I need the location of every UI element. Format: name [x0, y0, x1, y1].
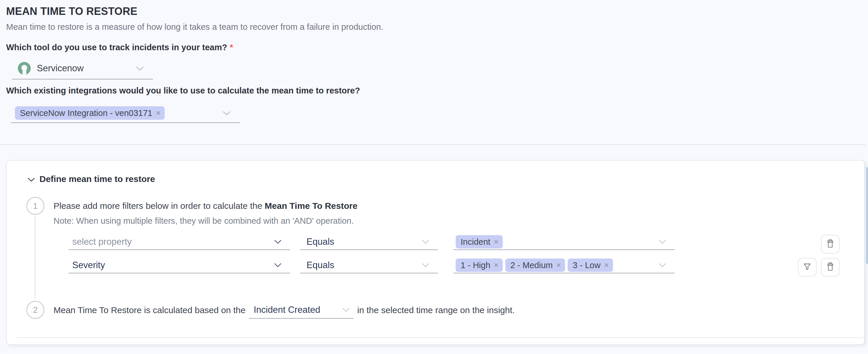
chevron-down-icon[interactable] — [658, 263, 666, 268]
integration-chip-label: ServiceNow Integration - ven03171 — [20, 108, 152, 118]
chevron-down-icon[interactable] — [422, 240, 430, 244]
timestamp-select-value: Incident Created — [253, 305, 320, 315]
filter-row1-property-select[interactable]: select property — [69, 234, 290, 250]
chevron-down-icon[interactable] — [658, 240, 666, 244]
value-chip: Incident × — [456, 235, 503, 249]
value-chip-label: Incident — [461, 237, 491, 247]
panel-title: Define mean time to restore — [39, 174, 155, 184]
step-connector-line — [35, 216, 35, 299]
collapse-chevron-icon[interactable] — [27, 177, 35, 182]
step-1-note: Note: When using multiple filters, they … — [54, 216, 354, 226]
chip-remove-icon[interactable]: × — [494, 261, 499, 269]
filter-row2-operator-value: Equals — [307, 260, 334, 271]
trash-icon — [826, 239, 835, 250]
value-chip-label: 3 - Low — [572, 260, 600, 270]
step-2-badge: 2 — [26, 301, 44, 319]
chevron-down-icon[interactable] — [274, 263, 282, 268]
integrations-question-label: Which existing integrations would you li… — [6, 86, 360, 96]
step-2-text: Mean Time To Restore is calculated based… — [54, 302, 515, 319]
chevron-down-icon[interactable] — [422, 263, 430, 268]
filter-row2-operator-select[interactable]: Equals — [300, 258, 438, 273]
mean-time-to-restore-page: MEAN TIME TO RESTORE Mean time to restor… — [0, 0, 868, 354]
value-chip-label: 2 - Medium — [510, 260, 553, 270]
page-subtitle: Mean time to restore is a measure of how… — [6, 22, 383, 32]
value-chip: 1 - High × — [456, 258, 503, 272]
filter-row1-property-placeholder: select property — [72, 237, 132, 247]
delete-filter-row2-button[interactable] — [821, 258, 840, 277]
scrollbar-thumb[interactable] — [866, 167, 868, 264]
filter-row2-property-value: Severity — [72, 260, 105, 271]
integrations-question-text: Which existing integrations would you li… — [6, 86, 360, 95]
define-mttr-panel: Define mean time to restore 1 Please add… — [6, 160, 865, 345]
tool-select[interactable]: Servicenow — [12, 58, 153, 79]
step-2-number: 2 — [33, 305, 38, 315]
tool-question-label: Which tool do you use to track incidents… — [6, 43, 233, 52]
filter-row1-operator-value: Equals — [307, 237, 334, 247]
step-1-badge: 1 — [26, 197, 44, 215]
funnel-icon — [803, 262, 812, 273]
section-divider — [0, 144, 866, 145]
trash-icon — [826, 262, 835, 273]
panel-footer-divider — [16, 338, 864, 338]
step-1-text-bold: Mean Time To Restore — [265, 201, 358, 211]
filter-row1-operator-select[interactable]: Equals — [300, 234, 438, 250]
chevron-down-icon[interactable] — [342, 308, 350, 312]
delete-filter-row1-button[interactable] — [821, 235, 840, 253]
step-1-number: 1 — [33, 201, 38, 211]
filter-row2-values-multiselect[interactable]: 1 - High × 2 - Medium × 3 - Low × — [453, 258, 675, 273]
step-1-text: Please add more filters below in order t… — [54, 201, 358, 211]
step-2-text-before: Mean Time To Restore is calculated based… — [54, 305, 245, 315]
value-chip: 3 - Low × — [568, 258, 613, 272]
step-1-text-prefix: Please add more filters below in order t… — [54, 201, 265, 211]
filter-row1-values-multiselect[interactable]: Incident × — [453, 234, 675, 250]
timestamp-select[interactable]: Incident Created — [249, 302, 353, 319]
chip-remove-icon[interactable]: × — [494, 238, 499, 246]
tool-select-value: Servicenow — [37, 63, 84, 74]
chevron-down-icon[interactable] — [222, 111, 231, 116]
value-chip-label: 1 - High — [461, 260, 491, 270]
step-2-text-after: in the selected time range on the insigh… — [357, 305, 515, 315]
chip-remove-icon[interactable]: × — [604, 261, 609, 269]
chevron-down-icon[interactable] — [135, 66, 144, 71]
page-title: MEAN TIME TO RESTORE — [6, 5, 137, 17]
chip-remove-icon[interactable]: × — [156, 109, 160, 117]
integration-chip: ServiceNow Integration - ven03171 × — [15, 106, 165, 120]
integrations-multiselect[interactable]: ServiceNow Integration - ven03171 × — [11, 104, 240, 123]
value-chip: 2 - Medium × — [505, 258, 565, 272]
servicenow-logo-icon — [18, 62, 31, 75]
tool-question-text: Which tool do you use to track incidents… — [6, 43, 227, 52]
chevron-down-icon[interactable] — [274, 240, 282, 244]
filter-options-button[interactable] — [798, 258, 816, 277]
filter-row2-property-select[interactable]: Severity — [69, 258, 290, 273]
chip-remove-icon[interactable]: × — [556, 261, 561, 269]
required-asterisk: * — [230, 43, 233, 52]
